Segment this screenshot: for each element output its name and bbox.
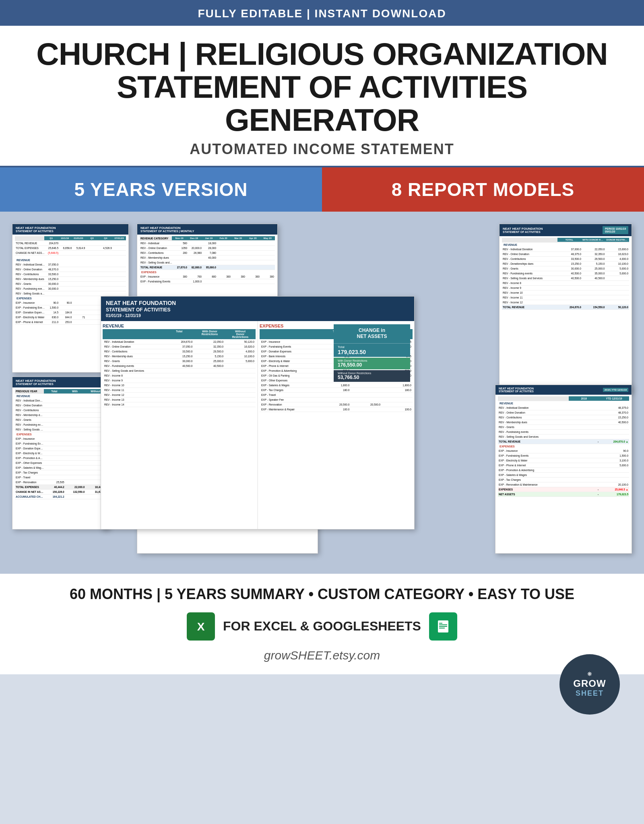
excel-icon: X: [187, 612, 215, 641]
revenue-row: REV - Income 12: [103, 393, 256, 398]
badge-models: 8 REPORT MODELS: [392, 179, 575, 200]
sheet-row: CHANGE IN NET ASSETS (5,648.5): [15, 251, 126, 255]
revenue-row: REV - Contributions 33,500.0 29,500.0 4,…: [103, 349, 256, 354]
sheet-summary: NEAT HEAT FOUNDATION STATEMENT OF ACTIVI…: [12, 377, 109, 529]
sheets-icon: [429, 612, 457, 641]
sheet-monthly-header: NEAT HEAT FOUNDATION STATEMENT OF ACTIVI…: [137, 224, 277, 235]
revenue-table: REVENUE Total With DonorRestrictions Wit…: [101, 321, 257, 529]
sheet-main: NEAT HEAT FOUNDATION STATEMENT OF ACTIVI…: [101, 296, 415, 529]
growsheet-logo: ❋ GROW SHEET: [559, 654, 620, 715]
expense-row: EXP - Travel: [260, 393, 413, 398]
expense-row: EXP - Tax Charges 180.0 180.0: [260, 388, 413, 393]
badge-right: 8 REPORT MODELS: [322, 167, 644, 212]
main-title-section: CHURCH | RELIGIOUS ORGANIZATION STATEMEN…: [0, 26, 644, 166]
revenue-row: REV - Income 13: [103, 398, 256, 402]
expense-row: EXP - Maintenance & Repair 100.0 100.0: [260, 407, 413, 412]
revenue-row: REV - Selling Goods and Services: [103, 369, 256, 373]
sheet-monthly-body: REVENUE CATEGORY Nov-19 Dec-19 Jan 19 Fe…: [137, 235, 277, 286]
badge-left: 5 YEARS VERSION: [0, 167, 322, 212]
svg-rect-4: [439, 623, 442, 624]
top-banner-text: FULLY EDITABLE | INSTANT DOWNLOAD: [198, 7, 446, 20]
sheet-row: TOTAL EXPENSES 25,646.5 6,658.6 5,614.9 …: [15, 246, 126, 251]
badges-row: 5 YEARS VERSION 8 REPORT MODELS: [0, 167, 644, 212]
revenue-row: REV - Income 10: [103, 383, 256, 388]
sheet-row-header: Q1 10/1/19 01/01/20 Q3 Q4 07/01/20: [15, 236, 126, 241]
top-banner: FULLY EDITABLE | INSTANT DOWNLOAD: [0, 0, 644, 26]
svg-rect-7: [439, 628, 445, 628]
main-sheet-header: NEAT HEAT FOUNDATION STATEMENT OF ACTIVI…: [101, 297, 414, 321]
main-title: CHURCH | RELIGIOUS ORGANIZATION STATEMEN…: [16, 38, 628, 137]
bottom-section: 60 MONTHS | 5 YEARS SUMMARY • CUSTOM CAT…: [0, 574, 644, 674]
svg-rect-5: [439, 624, 447, 625]
revenue-row: REV - Income 9: [103, 378, 256, 383]
expense-row: EXP - Salaries & Wages 1,800.0 1,800.0: [260, 383, 413, 388]
svg-text:X: X: [197, 620, 205, 633]
revenue-row: REV - Income 11: [103, 388, 256, 393]
revenue-row: REV - Fundraising events 40,500.0 40,500…: [103, 364, 256, 369]
sheet-summary-body: PREVIOUS YEAR Total With Without REVENUE…: [12, 387, 108, 501]
sheet-donor-header: NEAT HEAT FOUNDATION STATEMENT OF ACTIVI…: [500, 224, 632, 236]
revenue-row: REV - Individual Donation 204,670.0 22,0…: [103, 340, 256, 344]
revenue-row: REV - Income 8: [103, 373, 256, 378]
sheet-donor-body: TOTAL WITH DONOR RESTRICTIONS DONOR REST…: [500, 236, 632, 311]
bottom-tagline: 60 MONTHS | 5 YEARS SUMMARY • CUSTOM CAT…: [16, 586, 628, 603]
sheet-row: TOTAL REVENUE 204,670: [15, 241, 126, 246]
for-text: FOR EXCEL & GOOGLESHEETS: [223, 619, 421, 634]
excel-container: X: [187, 612, 215, 641]
tools-row: X FOR EXCEL & GOOGLESHEETS: [16, 612, 628, 641]
spreadsheet-section: NEAT HEAT FOUNDATION STATEMENT OF ACTIVI…: [0, 212, 644, 574]
sheet-donor: NEAT HEAT FOUNDATION STATEMENT OF ACTIVI…: [499, 224, 632, 393]
expense-row: EXP - Renovation 20,500.0 20,500.0: [260, 402, 413, 407]
revenue-row: REV - Grants 30,000.0 25,000.0 5,000.0: [103, 359, 256, 364]
sheets-container: NEAT HEAT FOUNDATION STATEMENT OF ACTIVI…: [12, 224, 632, 554]
expense-row: EXP - Speaker Fee: [260, 398, 413, 402]
sheet-quarterly-header: NEAT HEAT FOUNDATION STATEMENT OF ACTIVI…: [12, 224, 128, 235]
website-text: growSHEET.etsy.com: [264, 649, 380, 662]
subtitle: AUTOMATED INCOME STATEMENT: [16, 141, 628, 158]
change-net-assets-box: CHANGE inNET ASSETS Total 179,023.50 Wit…: [334, 324, 410, 382]
sheets-container: [429, 612, 457, 641]
svg-rect-6: [439, 626, 447, 627]
website-row: growSHEET.etsy.com: [16, 649, 628, 662]
main-sheet-content: CHANGE inNET ASSETS Total 179,023.50 Wit…: [101, 321, 414, 529]
sheet-summary-header: NEAT HEAT FOUNDATION STATEMENT OF ACTIVI…: [12, 377, 108, 387]
revenue-row: REV - Online Donation 37,050.0 32,350.0 …: [103, 344, 256, 349]
revenue-row: REV - Membership dues 15,250.0 5,150.0 1…: [103, 354, 256, 359]
badge-years: 5 YEARS VERSION: [74, 179, 248, 200]
revenue-row: REV - Income 14: [103, 402, 256, 407]
sheet-ytd: NEAT HEAT FOUNDATION STATEMENT OF ACTIVI…: [495, 385, 632, 554]
sheet-ytd-body: 2018 YTD 12/31/19 REVENUE REV - Individu…: [495, 395, 632, 499]
revenue-label: REVENUE: [15, 258, 126, 262]
sheet-ytd-header: NEAT HEAT FOUNDATION STATEMENT OF ACTIVI…: [495, 385, 632, 395]
